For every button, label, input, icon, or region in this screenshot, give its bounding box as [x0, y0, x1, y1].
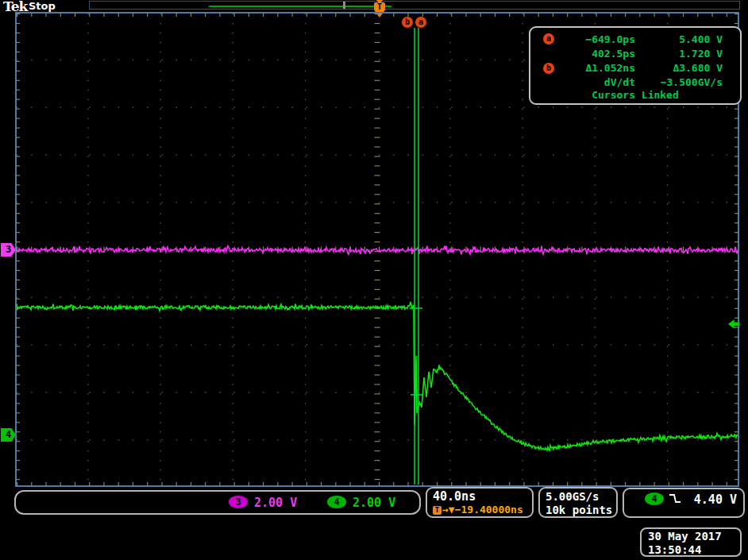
cursor-b-time: 402.5ps: [559, 48, 635, 60]
ch4-scale: 2.00 V: [353, 496, 395, 510]
record-length: 10k points: [546, 504, 616, 517]
cursor-a-time: −649.0ps: [559, 33, 635, 45]
dvdt-value: −3.500GV/s: [627, 76, 723, 88]
horizontal-delay-readout: T → ▼ −19.40000ns: [433, 504, 532, 516]
cursor-readout-box: a −649.0ps 5.400 V 402.5ps 1.720 V b Δ1.…: [529, 26, 742, 105]
acquisition-info-box[interactable]: 5.00GS/s 10k points: [538, 487, 618, 518]
zoom-window-bracket: [343, 2, 345, 9]
acquisition-status: Stop: [29, 0, 56, 12]
acquisition-preview-bar: [89, 1, 740, 10]
ch3-scale: 2.00 V: [254, 496, 297, 510]
timebase-scale: 40.0ns: [433, 490, 532, 504]
dvdt-label: dV/dt: [559, 76, 635, 88]
trigger-level-value: 4.40 V: [694, 492, 737, 507]
ch3-ground-marker[interactable]: 3: [1, 243, 16, 257]
cursor-a-voltage: 5.400 V: [627, 33, 723, 45]
date-label: 30 May 2017: [648, 530, 740, 543]
datetime-box: 30 May 2017 13:50:44: [640, 527, 742, 557]
cursor-a-handle[interactable]: a: [415, 17, 426, 28]
trigger-t-small-icon: T: [433, 506, 441, 515]
cursor-a-badge: a: [543, 33, 554, 44]
channel-scale-box[interactable]: 3 2.00 V 4 2.00 V: [14, 490, 421, 515]
delay-value: −19.40000ns: [455, 504, 523, 516]
oscilloscope-screen: Tek Stop T 3 4 b a a −649.0ps 5.400 V 40…: [0, 0, 748, 560]
trigger-settings-box[interactable]: 4 4.40 V: [623, 488, 745, 518]
trigger-t-icon: T: [374, 2, 385, 11]
ch4-ground-marker[interactable]: 4: [1, 428, 16, 442]
record-indicator-line-2: [385, 6, 391, 7]
arrow-right-icon: →: [442, 504, 449, 516]
cursor-b-handle[interactable]: b: [402, 17, 413, 28]
cursor-b-voltage: 1.720 V: [627, 48, 723, 60]
ch3-badge[interactable]: 3: [229, 496, 248, 508]
delta-time: Δ1.052ns: [559, 62, 635, 74]
time-label: 13:50:44: [648, 543, 740, 557]
trigger-source-badge[interactable]: 4: [645, 492, 664, 505]
ch4-badge[interactable]: 4: [327, 496, 346, 508]
falling-edge-icon: [669, 493, 681, 504]
pointer-down-icon: ▼: [449, 504, 455, 516]
record-indicator-line: [209, 6, 379, 7]
horizontal-settings-box[interactable]: 40.0ns T → ▼ −19.40000ns: [426, 487, 534, 518]
delta-voltage: Δ3.680 V: [627, 62, 723, 74]
cursors-linked-label: Cursors Linked: [530, 89, 740, 101]
cursor-b-badge: b: [543, 63, 554, 74]
sample-rate: 5.00GS/s: [546, 490, 616, 504]
